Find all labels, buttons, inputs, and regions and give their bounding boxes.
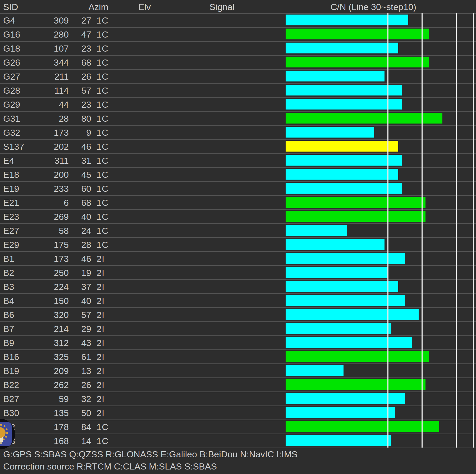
row-divider [0,83,476,84]
satellite-signal: 1C [97,83,108,97]
satellite-signal: 2I [97,293,104,307]
row-divider [0,153,476,154]
cn-bar [286,141,398,152]
row-divider [0,307,476,308]
satellite-azimuth: 344 [32,55,69,69]
satellite-row: E4 311 31 1C [0,153,476,167]
legend-systems: G:GPS S:SBAS Q:QZSS R:GLONASS E:Galileo … [3,448,298,460]
satellite-id: B27 [3,391,19,405]
satellite-id: E23 [3,209,19,223]
satellite-azimuth: 312 [32,335,69,349]
satellite-elevation: 43 [67,335,91,349]
cn-gridline-55 [473,13,474,448]
satellite-signal: 1C [97,69,108,83]
satellite-id: G18 [3,41,20,55]
satellite-azimuth: 107 [32,41,69,55]
satellite-elevation: 23 [67,41,91,55]
satellite-signal: 1C [97,434,108,448]
satellite-row: G28 114 57 1C [0,83,476,97]
satellite-elevation: 68 [67,195,91,209]
satellite-row: B22 262 26 2I [0,377,476,391]
lightbulb-fab-button[interactable] [0,418,15,450]
satellite-elevation: 26 [67,377,91,391]
cn-bar [286,281,398,292]
satellite-azimuth: 224 [32,279,69,293]
satellite-row: B19 209 13 2I [0,363,476,377]
satellite-elevation: 37 [67,279,91,293]
row-divider [0,279,476,280]
cn-bar [286,29,429,39]
satellite-id: E21 [3,195,19,209]
satellite-azimuth: 6 [32,195,69,209]
cn-bar [286,365,344,376]
cn-bar [286,43,398,53]
satellite-azimuth: 209 [32,363,69,377]
satellite-signal: 1C [97,237,108,251]
row-divider [0,251,476,252]
row-divider [0,181,476,182]
satellite-row: B16 325 61 2I [0,349,476,363]
satellite-signal: 1C [97,139,108,153]
column-header-signal: Signal [209,0,235,13]
satellite-signal: 2I [97,307,104,321]
satellite-signal: 1C [97,125,108,139]
row-divider [0,111,476,112]
satellite-azimuth: 309 [32,13,69,27]
satellite-signal: 1C [97,195,108,209]
satellite-azimuth: 28 [32,111,69,125]
row-divider [0,293,476,294]
satellite-signal: 2I [97,265,104,279]
satellite-azimuth: 250 [32,265,69,279]
row-divider [0,209,476,210]
satellite-id: B30 [3,405,19,420]
satellite-elevation: 28 [67,237,91,251]
row-divider [0,434,476,434]
satellite-elevation: 45 [67,167,91,181]
satellite-elevation: 68 [67,55,91,69]
legend-correction: Correction source R:RTCM C:CLAS M:SLAS S… [3,460,217,472]
satellite-azimuth: 114 [32,83,69,97]
satellite-elevation: 80 [67,111,91,125]
satellite-id: B7 [3,321,14,335]
satellite-row: G31 28 80 1C [0,111,476,125]
satellite-id: G27 [3,69,20,83]
satellite-elevation: 29 [67,321,91,335]
row-divider [0,139,476,140]
satellite-row: G18 107 23 1C [0,41,476,55]
cn-bar [286,169,398,180]
satellite-elevation: 26 [67,69,91,83]
satellite-id: B16 [3,349,19,363]
row-divider [0,405,476,406]
satellite-signal: 1C [97,13,108,27]
lightbulb-icon [0,418,15,450]
satellite-signal: 1C [97,181,108,195]
satellite-elevation: 84 [67,420,91,434]
satellite-azimuth: 211 [32,69,69,83]
satellite-row: G32 173 9 1C [0,125,476,139]
satellite-row: B2 250 19 2I [0,265,476,279]
satellite-elevation: 9 [67,125,91,139]
row-divider [0,125,476,126]
satellite-row: G16 280 47 1C [0,27,476,41]
row-divider [0,195,476,196]
cn-bar [286,85,402,95]
cn-bar [286,435,391,446]
satellite-row: B4 150 40 2I [0,293,476,307]
satellite-azimuth: 214 [32,321,69,335]
cn-bar [286,225,347,236]
satellite-elevation: 32 [67,391,91,405]
cn-bar [286,113,442,124]
row-divider [0,377,476,378]
satellite-azimuth: 178 [32,420,69,434]
row-divider [0,349,476,350]
satellite-azimuth: 59 [32,391,69,405]
column-header-cn: C/N (Line 30~step10) [331,0,416,13]
satellite-elevation: 23 [67,97,91,111]
row-divider [0,420,476,420]
satellite-elevation: 40 [67,209,91,223]
satellite-signal: 2I [97,335,104,349]
cn-bar [286,183,402,194]
satellite-elevation: 31 [67,153,91,167]
satellite-signal: 1C [97,27,108,41]
satellite-elevation: 27 [67,13,91,27]
